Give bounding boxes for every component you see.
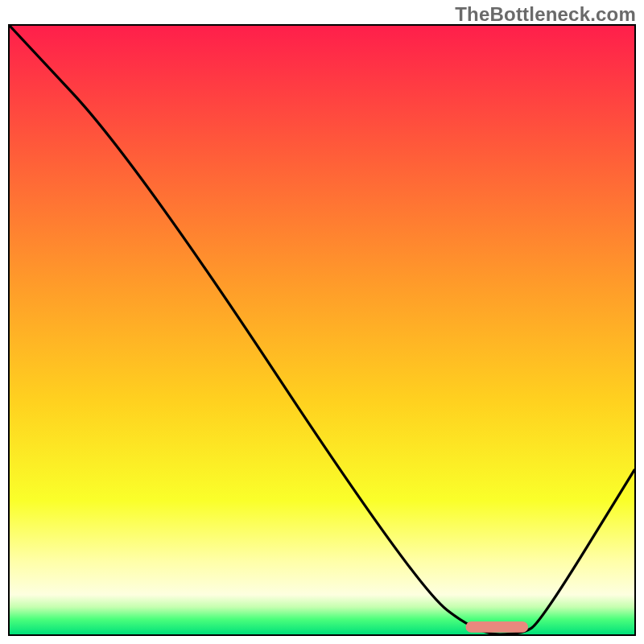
chart-stage: TheBottleneck.com xyxy=(0,0,644,644)
optimal-range-marker xyxy=(465,621,528,633)
chart-svg xyxy=(10,26,634,634)
chart-plot-area xyxy=(8,24,636,636)
watermark-text: TheBottleneck.com xyxy=(455,3,636,26)
heat-background xyxy=(10,26,634,634)
